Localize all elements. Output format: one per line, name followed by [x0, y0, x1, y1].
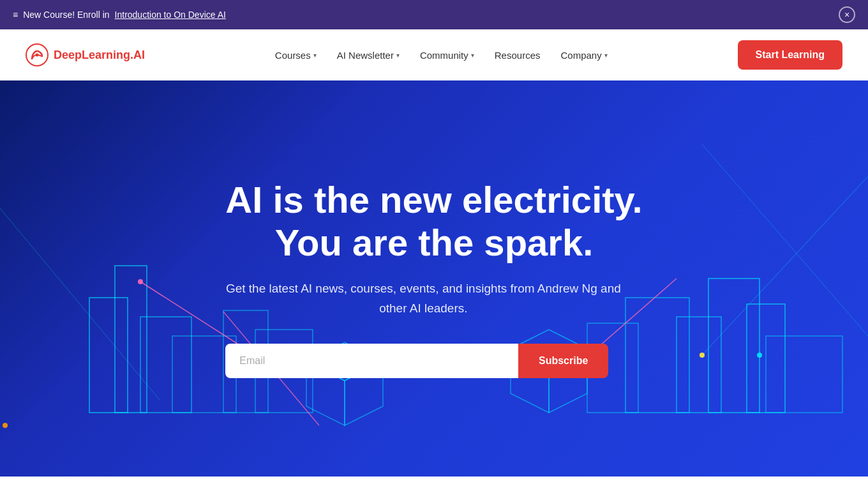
svg-point-20: [138, 279, 143, 284]
svg-point-23: [700, 353, 705, 358]
chevron-down-icon: ▾: [313, 52, 317, 59]
logo-text: DeepLearning.AI: [54, 49, 145, 62]
chevron-down-icon: ▾: [396, 52, 400, 59]
svg-point-1: [36, 54, 39, 57]
svg-rect-2: [89, 298, 128, 413]
svg-rect-3: [115, 266, 147, 413]
nav-item-resources[interactable]: Resources: [487, 45, 548, 66]
nav-item-company[interactable]: Company ▾: [553, 45, 615, 66]
announcement-bar: ≡ New Course! Enroll in Introduction to …: [0, 0, 868, 29]
chevron-down-icon: ▾: [604, 52, 608, 59]
nav-link-community[interactable]: Community ▾: [412, 45, 482, 66]
nav-link-courses[interactable]: Courses ▾: [267, 45, 324, 66]
announcement-icon: ≡: [13, 10, 18, 20]
svg-line-17: [0, 208, 160, 400]
nav-links: Courses ▾ AI Newsletter ▾ Community ▾ Re…: [267, 45, 615, 66]
svg-rect-13: [766, 336, 842, 413]
svg-point-21: [3, 423, 8, 428]
nav-link-company[interactable]: Company ▾: [553, 45, 615, 66]
hero-headline: AI is the new electricity. You are the s…: [225, 179, 642, 264]
announcement-link[interactable]: Introduction to On Device AI: [115, 10, 226, 20]
chevron-down-icon: ▾: [471, 52, 474, 59]
svg-rect-10: [677, 317, 721, 413]
svg-point-24: [757, 353, 762, 358]
nav-link-resources[interactable]: Resources: [487, 45, 548, 66]
announcement-close-button[interactable]: ×: [839, 6, 855, 23]
svg-rect-4: [140, 317, 191, 413]
start-learning-button[interactable]: Start Learning: [738, 40, 842, 70]
hero-section: AI is the new electricity. You are the s…: [0, 80, 868, 477]
nav-item-community[interactable]: Community ▾: [412, 45, 482, 66]
email-input[interactable]: [225, 344, 518, 378]
logo-icon: [26, 43, 49, 66]
hero-subtitle: Get the latest AI news, courses, events,…: [225, 279, 621, 318]
nav-link-newsletter[interactable]: AI Newsletter ▾: [329, 45, 407, 66]
bottom-section: Join over 7 million people learning: [0, 477, 868, 488]
nav-item-courses[interactable]: Courses ▾: [267, 45, 324, 66]
subscribe-button[interactable]: Subscribe: [518, 344, 608, 378]
logo[interactable]: DeepLearning.AI: [26, 43, 145, 66]
svg-rect-11: [708, 278, 760, 413]
hero-content: AI is the new electricity. You are the s…: [225, 179, 642, 378]
announcement-prefix: New Course! Enroll in: [23, 10, 109, 20]
navbar: DeepLearning.AI Courses ▾ AI Newsletter …: [0, 29, 868, 80]
nav-item-newsletter[interactable]: AI Newsletter ▾: [329, 45, 407, 66]
hero-email-form: Subscribe: [225, 344, 608, 378]
announcement-content: ≡ New Course! Enroll in Introduction to …: [13, 10, 226, 20]
